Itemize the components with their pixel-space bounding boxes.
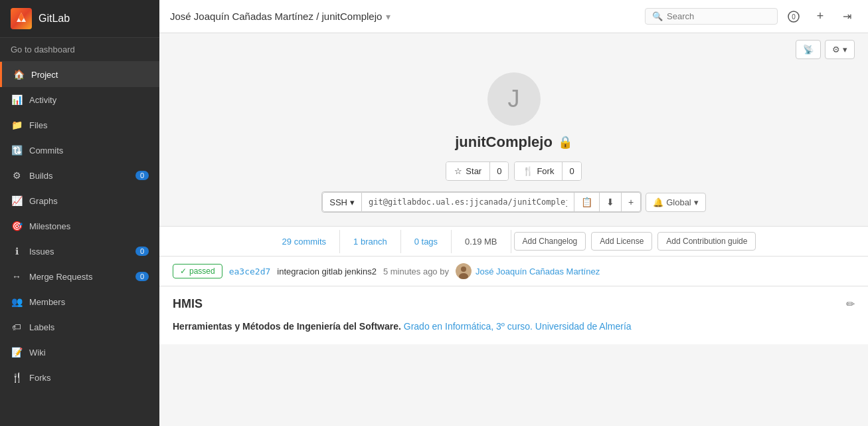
add-license-button[interactable]: Add License <box>591 232 652 251</box>
download-button[interactable]: ⬇ <box>600 192 622 212</box>
issues-badge: 0 <box>135 247 149 256</box>
builds-icon: ⚙ <box>11 169 23 181</box>
ssh-label: SSH <box>329 197 347 207</box>
stat-size: 0.19 MB <box>452 230 511 253</box>
add-clone-icon: + <box>628 197 634 207</box>
project-header: J junitComplejo 🔒 ☆ Star 0 🍴 Fork <box>159 59 868 226</box>
sidebar-label-members: Members <box>29 297 65 307</box>
search-input[interactable] <box>667 11 770 21</box>
svg-text:0: 0 <box>792 13 796 21</box>
tags-link[interactable]: 0 tags <box>414 237 438 247</box>
go-to-dashboard[interactable]: Go to dashboard <box>0 38 159 62</box>
tags-label: tags <box>422 237 438 247</box>
sidebar-item-builds[interactable]: ⚙ Builds 0 <box>0 163 159 188</box>
sidebar-label-wiki: Wiki <box>29 348 46 358</box>
project-icon: 🏠 <box>13 68 25 80</box>
wiki-icon: 📝 <box>11 346 23 358</box>
readme-body: Herramientas y Métodos de Ingeniería del… <box>173 319 855 334</box>
branch-label: branch <box>361 237 387 247</box>
project-avatar: J <box>487 72 541 126</box>
stats-bar: 29 commits 1 branch 0 tags <box>159 226 868 257</box>
app-name: GitLab <box>39 13 70 25</box>
tags-count: 0 <box>414 237 419 247</box>
sidebar-item-issues[interactable]: ℹ Issues 0 <box>0 239 159 264</box>
readme-link-1[interactable]: Grado en Informática, 3º curso. <box>404 321 533 332</box>
rss-icon: 📡 <box>803 45 814 54</box>
notification-label: Global <box>666 197 691 207</box>
sidebar-item-members[interactable]: 👥 Members <box>0 289 159 314</box>
breadcrumb: José Joaquín Cañadas Martínez / junitCom… <box>170 11 645 22</box>
add-changelog-button[interactable]: Add Changelog <box>514 232 586 251</box>
add-button[interactable]: + <box>810 6 831 27</box>
commits-icon: 🔃 <box>11 144 23 156</box>
star-button[interactable]: ☆ Star <box>446 162 490 180</box>
sidebar: GitLab Go to dashboard 🏠 Project 📊 Activ… <box>0 0 159 426</box>
sidebar-label-files: Files <box>29 120 47 130</box>
ssh-dropdown[interactable]: SSH ▾ <box>322 192 362 212</box>
sidebar-label-graphs: Graphs <box>29 196 58 206</box>
fork-icon: 🍴 <box>523 166 533 176</box>
stat-branch[interactable]: 1 branch <box>340 230 401 253</box>
rss-button[interactable]: 📡 <box>796 40 821 59</box>
author-name-link[interactable]: José Joaquín Cañadas Martínez <box>476 266 600 276</box>
sidebar-item-commits[interactable]: 🔃 Commits <box>0 138 159 163</box>
settings-button[interactable]: ⚙ ▾ <box>825 40 855 59</box>
sidebar-label-merge-requests: Merge Requests <box>29 272 92 282</box>
sidebar-item-labels[interactable]: 🏷 Labels <box>0 314 159 340</box>
clone-url-input[interactable] <box>362 192 574 212</box>
stat-tags[interactable]: 0 tags <box>401 230 452 253</box>
sidebar-label-activity: Activity <box>29 95 56 105</box>
ci-status-label: passed <box>189 266 215 276</box>
size-value: 0.19 MB <box>465 237 497 247</box>
sidebar-label-forks: Forks <box>29 373 51 383</box>
sidebar-logo[interactable]: GitLab <box>0 0 159 38</box>
sidebar-item-files[interactable]: 📁 Files <box>0 112 159 138</box>
svg-point-5 <box>461 266 466 272</box>
fork-label: Fork <box>537 166 554 176</box>
sidebar-item-merge-requests[interactable]: ↔ Merge Requests 0 <box>0 264 159 289</box>
star-group: ☆ Star 0 <box>446 161 509 181</box>
settings-icon: ⚙ <box>832 45 840 54</box>
sidebar-item-forks[interactable]: 🍴 Forks <box>0 365 159 390</box>
bell-icon: 🔔 <box>653 197 663 207</box>
search-box[interactable]: 🔍 <box>645 8 778 25</box>
star-label: Star <box>466 166 481 176</box>
commits-link[interactable]: 29 commits <box>282 237 326 247</box>
sidebar-item-milestones[interactable]: 🎯 Milestones <box>0 213 159 239</box>
files-icon: 📁 <box>11 119 23 131</box>
sidebar-item-activity[interactable]: 📊 Activity <box>0 87 159 112</box>
sidebar-item-wiki[interactable]: 📝 Wiki <box>0 340 159 365</box>
merge-requests-icon: ↔ <box>11 270 23 282</box>
search-icon: 🔍 <box>652 11 663 21</box>
edit-icon[interactable]: ✏ <box>846 298 855 310</box>
merge-requests-badge: 0 <box>135 272 149 281</box>
branch-link[interactable]: 1 branch <box>353 237 387 247</box>
sign-out-icon: ⇥ <box>843 10 851 23</box>
star-count[interactable]: 0 <box>490 162 508 180</box>
notification-chevron-icon: ▾ <box>694 197 699 207</box>
sidebar-label-milestones: Milestones <box>29 221 70 231</box>
sign-out-button[interactable]: ⇥ <box>836 6 857 27</box>
author-avatar <box>456 263 472 279</box>
commit-hash-link[interactable]: ea3ce2d7 <box>229 266 271 276</box>
sidebar-item-graphs[interactable]: 📈 Graphs <box>0 188 159 213</box>
readme-link-2[interactable]: Universidad de Almería <box>535 321 632 332</box>
notification-select[interactable]: 🔔 Global ▾ <box>646 193 706 212</box>
breadcrumb-text: José Joaquín Cañadas Martínez / junitCom… <box>170 11 382 22</box>
copy-clone-url-button[interactable]: 📋 <box>574 192 600 212</box>
add-contribution-button[interactable]: Add Contribution guide <box>657 232 756 251</box>
builds-badge: 0 <box>135 171 149 180</box>
fork-group: 🍴 Fork 0 <box>514 161 581 181</box>
notification-icon: 0 <box>788 11 800 23</box>
readme-header: HMIS ✏ <box>173 297 855 311</box>
fork-count[interactable]: 0 <box>563 162 580 180</box>
fork-button[interactable]: 🍴 Fork <box>515 162 563 180</box>
labels-icon: 🏷 <box>11 321 23 333</box>
stat-commits[interactable]: 29 commits <box>269 230 340 253</box>
sidebar-item-project[interactable]: 🏠 Project <box>0 62 159 87</box>
commit-message: integracion gitlab jenkins2 <box>277 266 377 276</box>
add-clone-button[interactable]: + <box>622 192 641 212</box>
topbar: José Joaquín Cañadas Martínez / junitCom… <box>159 0 868 33</box>
gitlab-logo-icon <box>11 8 32 29</box>
notification-button[interactable]: 0 <box>783 6 804 27</box>
